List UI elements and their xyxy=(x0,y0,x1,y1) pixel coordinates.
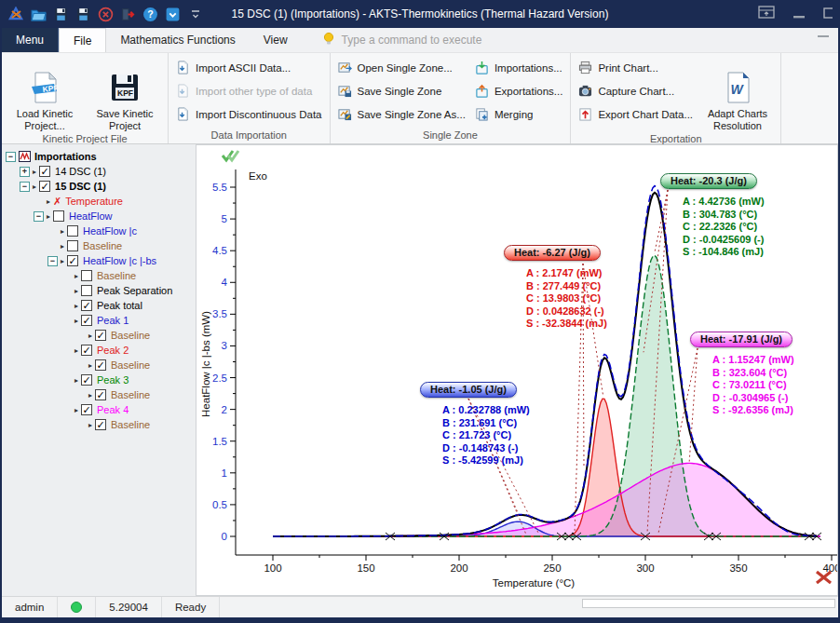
tab-menu[interactable]: Menu xyxy=(2,28,59,52)
tree-item-label: Baseline xyxy=(111,359,150,371)
save-single-zone-button[interactable]: Save Single Zone xyxy=(338,79,466,102)
save-icon[interactable] xyxy=(53,7,69,22)
chart-panel[interactable]: 10015020025030035040000.511.522.533.544.… xyxy=(196,144,838,596)
tree-expander-minus[interactable]: − xyxy=(6,152,16,162)
open-single-zone-button[interactable]: Open Single Zone... xyxy=(338,56,466,79)
tree-checkbox-checked[interactable]: ✓ xyxy=(81,374,92,386)
annotation-value-line: B : 277.449 (°C) xyxy=(526,280,607,293)
tree-item-heatflow-c-5[interactable]: ▸HeatFlow |c xyxy=(2,223,196,238)
tree-item-baseline-16[interactable]: ▸✓Baseline xyxy=(2,387,196,402)
tree-checkbox-checked[interactable]: ✓ xyxy=(67,255,78,266)
button-label: Load Kinetic Project... xyxy=(17,108,74,132)
annotation-peak-4[interactable]: Heat: -17.91 (J/g)A : 1.15247 (mW)B : 32… xyxy=(690,330,794,417)
tree-checkbox-unchecked[interactable] xyxy=(81,285,92,296)
tree-item-15-dsc-1-2[interactable]: −▸✓15 DSC (1) xyxy=(2,179,196,194)
tree-item-importations-0[interactable]: −Importations xyxy=(2,149,196,164)
tree-item-arrow-icon: ▸ xyxy=(75,287,78,295)
tree-item-baseline-8[interactable]: ▸Baseline xyxy=(2,268,196,283)
minimize-button[interactable] xyxy=(793,6,805,22)
window-buttons xyxy=(758,0,833,28)
import-ascii-button[interactable]: Import ASCII Data... xyxy=(176,56,322,79)
svg-text:KPF: KPF xyxy=(117,88,133,98)
tree-item-peak-4-17[interactable]: ▸✓Peak 4 xyxy=(2,402,196,417)
tree-item-baseline-12[interactable]: ▸✓Baseline xyxy=(2,328,196,343)
adapt-charts-resolution-button[interactable]: W Adapt Charts Resolution xyxy=(702,56,773,132)
svg-text:350: 350 xyxy=(729,562,747,574)
group-single-zone: Open Single Zone... Save Single Zone Sav… xyxy=(331,53,572,143)
annotation-heat-pill[interactable]: Heat: -6.27 (J/g) xyxy=(504,245,601,261)
annotation-peak-3[interactable]: Heat: -20.3 (J/g)A : 4.42736 (mW)B : 304… xyxy=(660,171,765,259)
tree-checkbox-checked[interactable]: ✓ xyxy=(81,300,92,311)
tree-item-baseline-14[interactable]: ▸✓Baseline xyxy=(2,358,196,372)
tree-checkbox-unchecked[interactable] xyxy=(53,210,64,222)
save-kinetic-project-button[interactable]: KPF Save Kinetic Project xyxy=(89,56,160,132)
tree-checkbox-checked[interactable]: ✓ xyxy=(81,315,92,326)
tree-item-peak-1-11[interactable]: ▸✓Peak 1 xyxy=(2,313,196,328)
close-project-icon[interactable] xyxy=(98,7,114,22)
window-bottom-border xyxy=(2,617,838,623)
annotation-value-line: A : 0.232788 (mW) xyxy=(442,404,530,417)
annotation-value-line: D : 0.0428632 (-) xyxy=(526,305,607,318)
tree-expander-minus[interactable]: − xyxy=(20,182,30,192)
open-project-icon[interactable] xyxy=(31,7,47,22)
tree-item-heatflow-4[interactable]: −▸HeatFlow xyxy=(2,209,196,223)
tree-checkbox-unchecked[interactable] xyxy=(81,270,92,281)
annotation-value-line: C : 21.723 (°C) xyxy=(442,429,530,442)
svg-text:1.5: 1.5 xyxy=(212,436,227,447)
load-kinetic-project-button[interactable]: KPF Load Kinetic Project... xyxy=(9,56,80,132)
tree-expander-minus[interactable]: − xyxy=(47,256,58,266)
save-as-icon[interactable] xyxy=(75,7,91,22)
tree-expander-minus[interactable]: − xyxy=(34,211,44,222)
print-chart-button[interactable]: Print Chart... xyxy=(578,56,693,79)
tree-item-peak-3-15[interactable]: ▸✓Peak 3 xyxy=(2,372,196,387)
exportations-button[interactable]: Exportations... xyxy=(475,79,563,102)
tree-item-heatflow-c-bs-7[interactable]: −▸✓HeatFlow |c |-bs xyxy=(2,253,196,268)
button-label: Adapt Charts Resolution xyxy=(708,108,767,132)
tree-checkbox-unchecked[interactable] xyxy=(67,225,78,237)
import-discontinuous-button[interactable]: Import Discontinuous Data xyxy=(176,102,322,126)
status-user: admin xyxy=(2,597,58,617)
tree-item-baseline-18[interactable]: ▸✓Baseline xyxy=(2,417,196,432)
annotation-peak-2[interactable]: Heat: -6.27 (J/g)A : 2.1747 (mW)B : 277.… xyxy=(504,243,607,331)
tree-item-14-dsc-1-1[interactable]: +▸✓14 DSC (1) xyxy=(2,164,196,179)
button-label: Print Chart... xyxy=(598,62,658,74)
tree-item-baseline-6[interactable]: ▸Baseline xyxy=(2,238,196,253)
import-other-button: Import other type of data xyxy=(176,79,322,102)
merging-button[interactable]: Merging xyxy=(475,102,563,126)
command-box[interactable]: Type a command to execute xyxy=(322,28,482,52)
button-label: Save Single Zone xyxy=(358,86,442,97)
importations-button[interactable]: Importations... xyxy=(475,56,563,79)
annotation-heat-pill[interactable]: Heat: -1.05 (J/g) xyxy=(420,382,517,398)
tree-item-arrow-icon: ▸ xyxy=(75,272,78,280)
tab-mathematics-functions[interactable]: Mathematics Functions xyxy=(106,28,249,52)
tree-checkbox-unchecked[interactable] xyxy=(67,240,78,251)
save-single-zone-as-button[interactable]: Save Single Zone As... xyxy=(338,102,466,126)
tree-item-peak-total-10[interactable]: ▸✓Peak total xyxy=(2,298,196,313)
tree-item-peak-separation-9[interactable]: ▸Peak Separation xyxy=(2,283,196,298)
tree-checkbox-checked[interactable]: ✓ xyxy=(95,419,106,430)
capture-chart-button[interactable]: Capture Chart... xyxy=(578,79,693,102)
tab-file[interactable]: File xyxy=(59,28,106,52)
tree-checkbox-checked[interactable]: ✓ xyxy=(39,181,50,192)
tree-checkbox-checked[interactable]: ✓ xyxy=(95,359,106,371)
svg-text:4: 4 xyxy=(222,277,228,288)
tree-checkbox-checked[interactable]: ✓ xyxy=(81,404,92,415)
tree-item-peak-2-13[interactable]: ▸✓Peak 2 xyxy=(2,343,196,358)
annotation-peak-1[interactable]: Heat: -1.05 (J/g)A : 0.232788 (mW)B : 23… xyxy=(420,380,530,467)
collapse-ribbon-icon[interactable] xyxy=(818,35,829,37)
svg-text:2.5: 2.5 xyxy=(212,372,227,384)
tree-expander-plus[interactable]: + xyxy=(20,167,30,177)
annotation-value-line: S : -32.3844 (mJ) xyxy=(526,318,607,331)
tab-view[interactable]: View xyxy=(250,28,302,52)
annotation-heat-pill[interactable]: Heat: -17.91 (J/g) xyxy=(690,332,793,347)
tree-checkbox-checked[interactable]: ✓ xyxy=(39,166,50,177)
annotation-heat-pill[interactable]: Heat: -20.3 (J/g) xyxy=(660,173,757,189)
restore-ribbon-icon[interactable] xyxy=(758,6,775,22)
tree-checkbox-checked[interactable]: ✓ xyxy=(95,330,106,341)
window-title: 15 DSC (1) (Importations) - AKTS-Thermok… xyxy=(114,7,726,20)
maximize-button[interactable] xyxy=(823,6,833,22)
export-chart-data-button[interactable]: Export Chart Data... xyxy=(578,102,693,126)
tree-item-temperature-3[interactable]: ▸✗Temperature xyxy=(2,194,196,209)
tree-checkbox-checked[interactable]: ✓ xyxy=(95,389,106,400)
tree-checkbox-checked[interactable]: ✓ xyxy=(81,345,92,356)
